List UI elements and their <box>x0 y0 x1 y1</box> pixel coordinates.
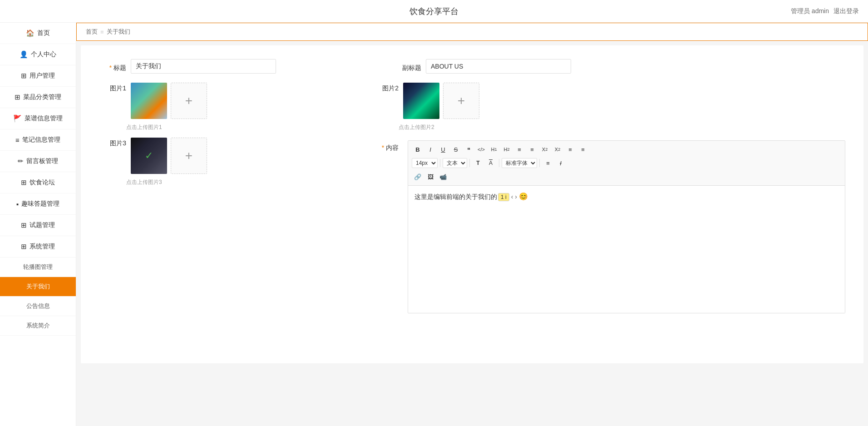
h2-button[interactable]: H2 <box>501 144 513 155</box>
sidebar-item-carousel-label: 轮播图管理 <box>23 263 53 271</box>
img3-add-button[interactable]: + <box>171 138 207 174</box>
subtitle-input[interactable] <box>426 59 571 74</box>
sidebar-item-recipes[interactable]: 🚩 菜谱信息管理 <box>0 108 76 129</box>
sidebar-item-profile[interactable]: 👤 个人中心 <box>0 44 76 65</box>
sidebar-item-forum[interactable]: ⊞ 饮食论坛 <box>0 172 76 193</box>
align-right-button[interactable]: ≡ <box>577 144 589 155</box>
sidebar-item-forum-label: 饮食论坛 <box>30 178 55 187</box>
main-content: 首页 ≡ 关于我们 标题 副标题 <box>76 23 868 426</box>
sidebar-item-home[interactable]: 🏠 首页 <box>0 23 76 44</box>
ol-button[interactable]: ≡ <box>513 144 525 155</box>
sidebar-item-about-label: 关于我们 <box>26 282 50 291</box>
sidebar-item-questions-label: 试题管理 <box>30 221 55 229</box>
sub-button[interactable]: X2 <box>539 144 551 155</box>
clear-format-button[interactable]: I <box>555 157 567 169</box>
sidebar-item-recipes-label: 菜谱信息管理 <box>25 114 63 123</box>
link-button[interactable]: 🔗 <box>412 171 424 183</box>
guestbook-icon: ✏ <box>18 157 24 165</box>
dishes-icon: ⊞ <box>15 93 20 101</box>
underline-button[interactable]: U <box>437 144 449 155</box>
content-card: 标题 副标题 图片1 + <box>81 45 863 363</box>
toolbar-row-3: 🔗 🖼 📹 <box>412 171 841 183</box>
tags-icon: ▪ <box>16 200 19 208</box>
img3-label: 图片3 <box>99 138 126 148</box>
cursor-prev[interactable]: ‹ <box>511 193 513 200</box>
toolbar-sep-4 <box>539 159 540 167</box>
right-section: 图片2 + 点击上传图片2 内容 <box>371 83 845 313</box>
img1-add-button[interactable]: + <box>171 83 207 119</box>
sidebar-item-notes[interactable]: ≡ 笔记信息管理 <box>0 129 76 151</box>
img2-label: 图片2 <box>371 83 399 93</box>
img2-hint: 点击上传图片2 <box>399 124 845 131</box>
sidebar-item-sysinfo[interactable]: 系统简介 <box>0 316 76 336</box>
font-color-button[interactable]: T <box>472 157 484 169</box>
toolbar-row-1: B I U S ❝ </> H1 H2 ≡ <box>412 144 841 155</box>
sup-button[interactable]: X2 <box>552 144 563 155</box>
text-type-select[interactable]: 文本 <box>443 158 467 168</box>
sidebar-item-notes-label: 笔记信息管理 <box>22 136 60 144</box>
sidebar-item-about[interactable]: 关于我们 <box>0 277 76 297</box>
sidebar-item-users[interactable]: ⊞ 用户管理 <box>0 65 76 87</box>
font-size-select[interactable]: 14px 12px 16px 18px <box>412 158 438 168</box>
ul-button[interactable]: ≡ <box>526 144 538 155</box>
sidebar-item-guestbook[interactable]: ✏ 留言板管理 <box>0 151 76 172</box>
editor-toolbar: B I U S ❝ </> H1 H2 ≡ <box>408 141 845 186</box>
img1-label: 图片1 <box>99 83 126 93</box>
content-editor-row: 内容 B I U S ❝ <box>371 140 845 313</box>
sidebar-item-questions[interactable]: ⊞ 试题管理 <box>0 215 76 236</box>
subtitle-field-group: 副标题 <box>394 59 571 74</box>
notes-icon: ≡ <box>15 136 20 144</box>
sidebar-item-guestbook-label: 留言板管理 <box>26 157 58 165</box>
img2-upload-area: + <box>403 83 479 119</box>
video-insert-button[interactable]: 📹 <box>437 171 449 183</box>
user-label: 管理员 admin <box>791 7 829 15</box>
emoji-button[interactable]: 😊 <box>519 193 528 200</box>
sidebar-item-system[interactable]: ⊞ 系统管理 <box>0 236 76 258</box>
strikethrough-button[interactable]: S <box>450 144 462 155</box>
sidebar-item-sysinfo-label: 系统简介 <box>26 322 50 330</box>
bold-button[interactable]: B <box>412 144 424 155</box>
sidebar-item-tags-label: 趣味答题管理 <box>21 200 59 208</box>
editor-container: B I U S ❝ </> H1 H2 ≡ <box>408 140 845 313</box>
image3-row: 图片3 + <box>99 138 371 174</box>
layout: 🏠 首页 👤 个人中心 ⊞ 用户管理 ⊞ 菜品分类管理 🚩 菜谱信息管理 ≡ 笔… <box>0 23 868 426</box>
font-family-select[interactable]: 标准字体 <box>502 158 537 168</box>
title-label: 标题 <box>99 60 126 72</box>
sidebar-item-dishes-label: 菜品分类管理 <box>23 93 61 101</box>
cursor-marker: 1 i <box>498 193 509 201</box>
breadcrumb-separator: ≡ <box>100 29 104 35</box>
sidebar-item-users-label: 用户管理 <box>30 72 55 80</box>
toolbar-sep-1 <box>440 159 440 167</box>
align-left-button[interactable]: ≡ <box>564 144 576 155</box>
cursor-next[interactable]: › <box>515 193 517 200</box>
title-field-group: 标题 <box>99 59 276 74</box>
users-icon: ⊞ <box>21 72 27 80</box>
img2-add-button[interactable]: + <box>443 83 479 119</box>
italic-button[interactable]: I <box>424 144 436 155</box>
h1-button[interactable]: H1 <box>488 144 500 155</box>
rich-text-editor: B I U S ❝ </> H1 H2 ≡ <box>408 140 845 313</box>
sidebar-item-carousel[interactable]: 轮播图管理 <box>0 258 76 277</box>
code-button[interactable]: </> <box>475 144 487 155</box>
img1-thumbnail <box>131 83 167 119</box>
image-insert-button[interactable]: 🖼 <box>424 171 436 183</box>
title-input[interactable] <box>131 59 276 74</box>
home-icon: 🏠 <box>26 29 35 37</box>
sidebar-item-tags[interactable]: ▪ 趣味答题管理 <box>0 193 76 215</box>
sidebar-item-notice[interactable]: 公告信息 <box>0 297 76 316</box>
left-images: 图片1 + 点击上传图片1 图片3 + <box>99 83 371 313</box>
quote-button[interactable]: ❝ <box>463 144 474 155</box>
logout-button[interactable]: 退出登录 <box>833 7 859 15</box>
breadcrumb-home[interactable]: 首页 <box>86 28 98 36</box>
sidebar-item-profile-label: 个人中心 <box>31 50 56 59</box>
toolbar-row-2: 14px 12px 16px 18px 文本 <box>412 157 841 169</box>
sidebar-item-dishes[interactable]: ⊞ 菜品分类管理 <box>0 87 76 108</box>
font-highlight-button[interactable]: A <box>485 157 497 169</box>
images-content-row: 图片1 + 点击上传图片1 图片3 + <box>99 83 845 313</box>
cursor-nav: ‹› <box>511 193 517 200</box>
indent-button[interactable]: ≡ <box>542 157 554 169</box>
image1-row: 图片1 + <box>99 83 371 119</box>
editor-body[interactable]: 这里是编辑前端的关于我们的1 i‹›😊 <box>408 186 845 313</box>
sidebar-item-system-label: 系统管理 <box>30 243 55 251</box>
breadcrumb: 首页 ≡ 关于我们 <box>76 23 868 41</box>
